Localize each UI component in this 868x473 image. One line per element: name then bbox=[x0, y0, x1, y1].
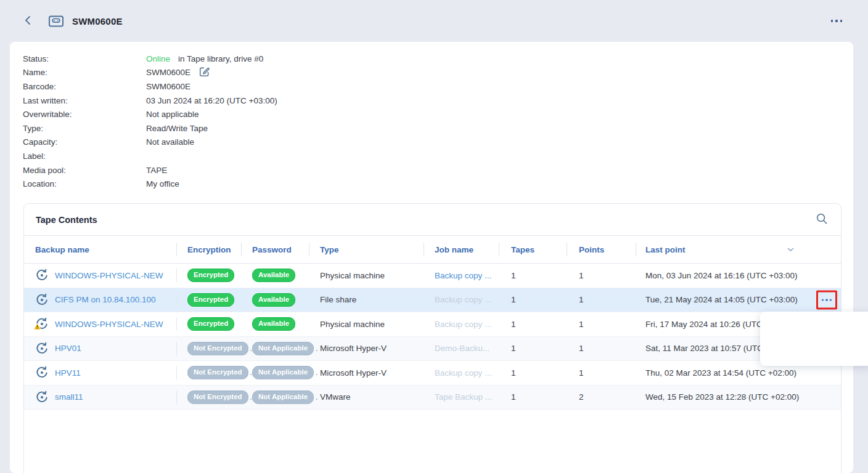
column-header-password[interactable]: Password bbox=[241, 236, 309, 263]
detail-row: Name: SWM0600E bbox=[23, 66, 853, 80]
password-badge: Available bbox=[252, 269, 295, 282]
restore-points-icon bbox=[35, 366, 49, 379]
panel-title: Tape Contents bbox=[36, 215, 97, 225]
table-row[interactable]: small11 Not Encrypted .. Not Applicable … bbox=[24, 386, 841, 410]
topbar: SWM0600E bbox=[0, 0, 868, 42]
password-badge: Not Applicable bbox=[252, 366, 314, 379]
status-online-text: Online bbox=[146, 54, 170, 63]
backup-name-cell: WINDOWS-PHYSICAL-NEW bbox=[24, 312, 176, 336]
points-cell: 1 bbox=[567, 361, 636, 385]
column-header-tapes[interactable]: Tapes bbox=[499, 236, 567, 263]
type-cell: Microsoft Hyper-V bbox=[309, 361, 424, 385]
panel-header: Tape Contents bbox=[24, 204, 841, 236]
password-badge: Not Applicable bbox=[252, 342, 314, 355]
encryption-cell: Encrypted bbox=[176, 264, 241, 288]
job-name-cell: Backup copy ... bbox=[424, 361, 499, 385]
encryption-cell: Not Encrypted .. bbox=[176, 337, 241, 361]
backup-name-cell: small11 bbox=[24, 386, 176, 410]
column-header-job-name[interactable]: Job name bbox=[424, 236, 499, 263]
last-point-value: Sat, 11 Mar 2023 at 10:57 (UTC + bbox=[645, 344, 771, 353]
tapes-cell: 1 bbox=[499, 361, 567, 385]
backup-name-link[interactable]: WINDOWS-PHYSICAL-NEW bbox=[55, 320, 163, 329]
password-cell: Not Applicable . bbox=[241, 361, 309, 385]
table-row[interactable]: CIFS PM on 10.84.100.100 Encrypted Avail… bbox=[24, 288, 841, 313]
page-title: SWM0600E bbox=[72, 16, 123, 26]
password-cell: Not Applicable . bbox=[241, 386, 309, 410]
table-row[interactable]: HPV11 Not Encrypted .. Not Applicable . … bbox=[24, 361, 841, 386]
sort-chevron-down-icon[interactable] bbox=[787, 248, 794, 252]
backup-name-link[interactable]: HPV11 bbox=[55, 368, 81, 378]
detail-row: Barcode: SWM0600E bbox=[23, 79, 853, 94]
backup-name-link[interactable]: CIFS PM on 10.84.100.100 bbox=[55, 295, 156, 304]
points-cell: 1 bbox=[567, 312, 636, 336]
backup-name-link[interactable]: small11 bbox=[55, 392, 83, 402]
detail-row: Capacity: Not available bbox=[23, 135, 853, 150]
backup-name-cell: WINDOWS-PHYSICAL-NEW bbox=[24, 264, 176, 288]
password-cell: Available bbox=[241, 264, 309, 288]
backup-name-link[interactable]: HPV01 bbox=[55, 344, 81, 353]
encryption-cell: Encrypted bbox=[176, 312, 241, 336]
table-row[interactable]: HPV01 Not Encrypted .. Not Applicable . … bbox=[24, 337, 841, 362]
table-row[interactable]: WINDOWS-PHYSICAL-NEW Encrypted Available… bbox=[24, 312, 841, 337]
backup-name-cell: HPV01 bbox=[24, 337, 176, 361]
page-menu-button[interactable] bbox=[827, 16, 846, 26]
detail-label: Type: bbox=[23, 124, 146, 133]
detail-value: Read/Write Tape bbox=[146, 124, 208, 133]
backup-name-link[interactable]: WINDOWS-PHYSICAL-NEW bbox=[55, 271, 163, 280]
detail-label: Last written: bbox=[23, 96, 146, 105]
encryption-badge: Encrypted bbox=[187, 269, 234, 282]
column-header-points[interactable]: Points bbox=[567, 236, 636, 263]
context-menu bbox=[760, 312, 868, 366]
search-icon bbox=[816, 212, 828, 227]
detail-label: Capacity: bbox=[23, 137, 146, 147]
job-name-link[interactable]: Demo-Backu... bbox=[435, 344, 489, 353]
password-badge: Not Applicable bbox=[252, 390, 314, 404]
job-name-cell: Tape Backup ... bbox=[424, 386, 499, 410]
detail-row: Label: bbox=[23, 149, 853, 163]
search-button[interactable] bbox=[814, 211, 829, 228]
points-cell: 1 bbox=[567, 337, 636, 361]
tapes-cell: 1 bbox=[499, 312, 567, 336]
job-name-link[interactable]: Backup copy ... bbox=[435, 320, 491, 329]
type-cell: Physical machine bbox=[309, 264, 424, 288]
job-name-link[interactable]: Backup copy ... bbox=[435, 368, 491, 378]
edit-name-button[interactable] bbox=[199, 66, 210, 79]
table-row[interactable]: WINDOWS-PHYSICAL-NEW Encrypted Available… bbox=[24, 264, 841, 288]
detail-row: Last written: 03 Jun 2024 at 16:20 (UTC … bbox=[23, 94, 853, 108]
detail-row: Type: Read/Write Tape bbox=[23, 121, 853, 135]
points-cell: 1 bbox=[567, 264, 636, 288]
detail-row: Overwritable: Not applicable bbox=[23, 107, 853, 121]
encryption-cell: Encrypted bbox=[176, 288, 241, 312]
context-menu-item[interactable] bbox=[760, 317, 868, 339]
restore-points-icon bbox=[35, 293, 49, 307]
encryption-badge: Encrypted bbox=[187, 317, 234, 331]
row-actions-button[interactable] bbox=[816, 290, 837, 309]
job-name-link[interactable]: Backup copy ... bbox=[435, 271, 491, 280]
job-name-cell: Backup copy ... bbox=[424, 288, 499, 312]
column-header-type[interactable]: Type bbox=[309, 236, 424, 263]
detail-value: SWM0600E bbox=[146, 82, 190, 91]
column-header-encryption[interactable]: Encryption bbox=[176, 236, 241, 263]
context-menu-item[interactable] bbox=[760, 339, 868, 360]
points-cell: 2 bbox=[567, 386, 636, 410]
last-point-cell: Tue, 21 May 2024 at 14:05 (UTC +03:00) bbox=[636, 288, 841, 312]
detail-value: My office bbox=[146, 179, 179, 188]
type-cell: Physical machine bbox=[309, 312, 424, 336]
pencil-edit-icon bbox=[199, 66, 210, 79]
job-name-cell: Backup copy ... bbox=[424, 312, 499, 336]
back-button[interactable] bbox=[21, 13, 35, 30]
column-header-last-point[interactable]: Last point bbox=[636, 236, 841, 263]
job-name-link[interactable]: Tape Backup ... bbox=[435, 392, 492, 402]
backup-name-cell: HPV11 bbox=[24, 361, 176, 385]
password-cell: Available bbox=[241, 312, 309, 336]
job-name-link[interactable]: Backup copy ... bbox=[435, 295, 491, 304]
restore-points-icon bbox=[35, 342, 49, 355]
restore-points-icon bbox=[35, 390, 49, 404]
detail-label: Location: bbox=[23, 179, 146, 188]
type-cell: Microsoft Hyper-V bbox=[309, 337, 424, 361]
points-cell: 1 bbox=[567, 288, 636, 312]
job-name-cell: Backup copy ... bbox=[424, 264, 499, 288]
password-cell: Not Applicable . bbox=[241, 337, 309, 361]
detail-label: Barcode: bbox=[23, 82, 146, 91]
column-header-backup-name[interactable]: Backup name bbox=[24, 236, 176, 263]
